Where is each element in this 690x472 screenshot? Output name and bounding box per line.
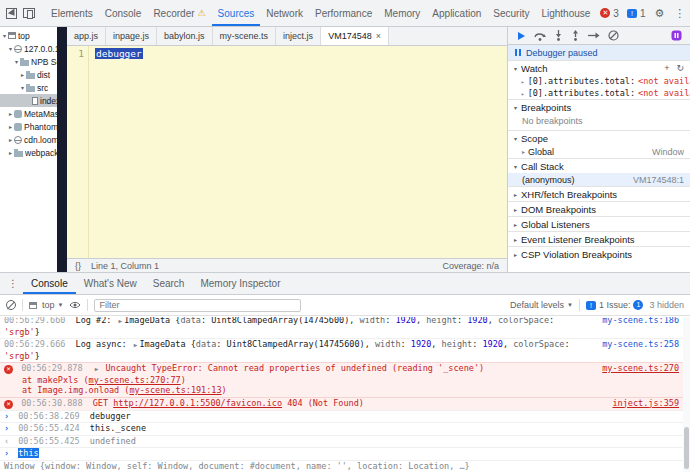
timestamp: 00:56:30.888 (21, 398, 82, 408)
editor-tab-vm174548[interactable]: VM174548 × (321, 27, 389, 45)
javascript-context-selector[interactable]: top ▼ (29, 300, 63, 310)
source-location-link[interactable]: my-scene.ts:186 (602, 317, 679, 326)
tab-recorder-label: Recorder (153, 8, 194, 19)
source-location-link[interactable]: my-scene.ts:258 (602, 339, 679, 350)
hidden-messages-label[interactable]: 3 hidden (649, 300, 684, 310)
step-into-button[interactable] (554, 30, 563, 41)
breakpoints-section-header[interactable]: Breakpoints (508, 99, 690, 114)
console-filter-input[interactable] (94, 299, 301, 312)
log-level-selector[interactable]: Default levels ▼ (510, 300, 573, 310)
csp-violation-breakpoints-section-header[interactable]: CSP Violation Breakpoints (508, 246, 690, 261)
disclosure-icon: ▸ (7, 123, 14, 130)
console-messages: net::ERR_UNKNOWN_URL_SCHEME ⚠ 00:56:29.1… (0, 317, 683, 472)
add-watch-icon[interactable]: + (664, 63, 669, 73)
nav-item-file-selected[interactable]: index (0, 94, 57, 107)
drawer-tab-whats-new[interactable]: What's New (76, 273, 145, 294)
global-listeners-section-header[interactable]: Global Listeners (508, 216, 690, 231)
expand-object-icon[interactable]: ▶ (134, 341, 138, 348)
step-button[interactable] (588, 31, 600, 40)
scrollbar-thumb[interactable] (684, 427, 689, 469)
drawer-tab-search[interactable]: Search (145, 273, 193, 294)
clear-console-icon[interactable] (6, 300, 16, 310)
scope-global-row[interactable]: Global Window (508, 145, 690, 158)
more-options-icon[interactable]: ⋮ (669, 7, 690, 20)
request-url-link[interactable]: http://127.0.0.1:5500/favicon.ico (113, 398, 282, 408)
drawer-menu-icon[interactable]: ⋮ (3, 278, 23, 289)
frame-location: VM174548:1 (633, 175, 684, 185)
nav-item-label: top (18, 31, 30, 41)
nav-item-folder[interactable]: ▸ webpack (0, 146, 57, 159)
close-tab-icon[interactable]: × (376, 31, 381, 41)
section-title: Call Stack (521, 161, 564, 172)
tab-console[interactable]: Console (99, 0, 148, 26)
inspect-element-icon[interactable] (6, 8, 17, 19)
stack-frame-link[interactable]: my-scene.ts:270:77 (89, 375, 181, 385)
nav-item-top[interactable]: ▾ top (0, 29, 57, 42)
issues-counter[interactable]: ! 1 (627, 8, 646, 19)
tab-security[interactable]: Security (487, 0, 535, 26)
source-location-link[interactable]: my-scene.ts:270 (602, 363, 679, 374)
code-area[interactable]: 1 debugger (67, 46, 507, 258)
stack-frame-link[interactable]: my-scene.ts:191:13 (129, 385, 221, 395)
error-icon: ✕ (4, 365, 13, 374)
issues-button[interactable]: ! 1 Issue: 1 (586, 300, 644, 310)
console-prompt[interactable]: › this (0, 447, 683, 460)
editor-tab-app-js[interactable]: app.js (67, 27, 106, 45)
section-title: Event Listener Breakpoints (521, 234, 635, 245)
tab-network[interactable]: Network (260, 0, 309, 26)
input-text: this._scene (90, 423, 146, 433)
settings-gear-icon[interactable]: ⚙ (649, 7, 669, 20)
nav-item-folder[interactable]: ▾ NPB Sc (0, 55, 57, 68)
tab-sources[interactable]: Sources (212, 0, 261, 26)
console-error-counter[interactable]: ✕ 3 (600, 8, 619, 19)
source-location-link[interactable]: inject.js:359 (612, 398, 679, 409)
tab-elements[interactable]: Elements (45, 0, 99, 26)
debugger-toolbar (508, 27, 690, 45)
editor-tab-babylon-js[interactable]: babylon.js (157, 27, 213, 45)
tab-recorder[interactable]: Recorder ⚠ (147, 0, 211, 26)
nav-item-label: dist (37, 70, 50, 80)
pretty-print-button[interactable]: {} (75, 261, 81, 271)
watch-section-header[interactable]: Watch + ↻ (508, 60, 690, 75)
deactivate-breakpoints-button[interactable] (608, 30, 619, 41)
refresh-watch-icon[interactable]: ↻ (676, 63, 684, 73)
expand-stack-icon[interactable]: ▶ (95, 365, 99, 372)
resume-script-button[interactable] (516, 31, 526, 41)
editor-tab-inpage-js[interactable]: inpage.js (106, 27, 157, 45)
device-toolbar-icon[interactable] (23, 8, 35, 18)
expand-object-icon[interactable]: ▶ (119, 317, 123, 324)
tab-application[interactable]: Application (426, 0, 487, 26)
tab-lighthouse[interactable]: Lighthouse (535, 0, 596, 26)
error-icon: ✕ (600, 8, 610, 18)
watch-expression[interactable]: [0].attributes.total: <not available> (508, 87, 690, 99)
dom-breakpoints-section-header[interactable]: DOM Breakpoints (508, 201, 690, 216)
editor-tab-my-scene-ts[interactable]: my-scene.ts (213, 27, 277, 45)
live-expression-eye-icon[interactable] (69, 301, 81, 309)
disclosure-icon: ▾ (1, 32, 8, 39)
log-level-label: Default levels (510, 300, 564, 310)
scope-section-header[interactable]: Scope (508, 130, 690, 145)
nav-item-extension[interactable]: ▸ MetaMask (0, 107, 57, 120)
drawer-tab-console[interactable]: Console (23, 273, 76, 294)
nav-item-origin[interactable]: ▸ cdn.loom (0, 133, 57, 146)
drawer-tab-memory-inspector[interactable]: Memory Inspector (192, 273, 288, 294)
step-out-button[interactable] (571, 30, 580, 41)
nav-item-origin[interactable]: ▾ 127.0.0.1:5500 (0, 42, 57, 55)
input-text: debugger (90, 411, 131, 421)
event-listener-breakpoints-section-header[interactable]: Event Listener Breakpoints (508, 231, 690, 246)
prompt-input-text[interactable]: this (18, 448, 38, 458)
call-stack-section-header[interactable]: Call Stack (508, 158, 690, 173)
call-stack-frame[interactable]: (anonymous) VM174548:1 (508, 173, 690, 186)
watch-expression[interactable]: [0].attributes.total: <not available> (508, 75, 690, 87)
tab-performance[interactable]: Performance (309, 0, 378, 26)
step-over-button[interactable] (534, 31, 546, 41)
editor-tab-inject-js[interactable]: inject.js (276, 27, 321, 45)
tab-memory[interactable]: Memory (378, 0, 426, 26)
pause-on-exceptions-button[interactable] (671, 30, 682, 41)
nav-item-extension[interactable]: ▸ Phantom (0, 120, 57, 133)
disclosure-icon: ▾ (13, 58, 20, 65)
xhr-breakpoints-section-header[interactable]: XHR/fetch Breakpoints (508, 186, 690, 201)
disclosure-icon: ▾ (19, 84, 26, 91)
nav-item-folder[interactable]: ▾ src (0, 81, 57, 94)
nav-item-folder[interactable]: ▸ dist (0, 68, 57, 81)
